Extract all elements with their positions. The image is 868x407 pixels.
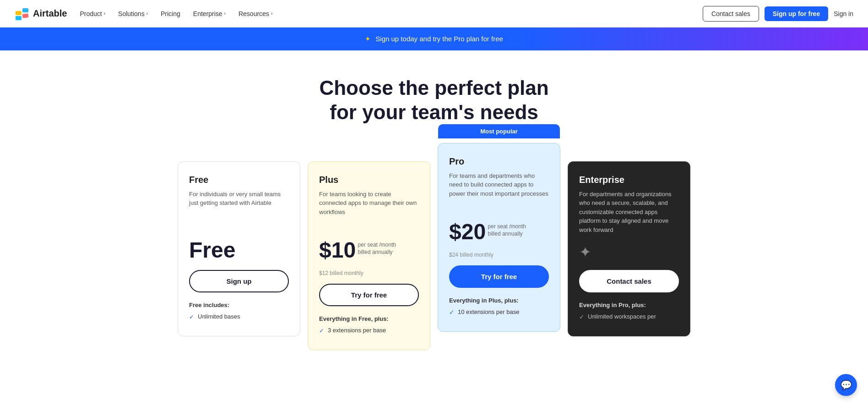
contact-sales-button[interactable]: Contact sales <box>703 6 759 22</box>
navigation: Airtable Product › Solutions › Pricing E… <box>0 0 868 28</box>
plan-card-pro: Most popular Pro For teams and departmen… <box>438 143 560 332</box>
pro-plan-description: For teams and departments who need to bu… <box>449 171 549 208</box>
enterprise-plan-description: For departments and organizations who ne… <box>579 190 679 235</box>
enterprise-features-label: Everything in Pro, plus: <box>579 302 679 308</box>
pro-price-area: $20 per seat /monthbilled annually <box>449 219 549 244</box>
free-price-area: Free <box>189 237 289 263</box>
check-icon: ✓ <box>189 314 194 320</box>
promo-text: Sign up today and try the Pro plan for f… <box>375 35 503 43</box>
sparkle-area: ✦ <box>579 243 679 261</box>
resources-chevron-icon: › <box>271 11 272 16</box>
plus-billed-monthly: $12 billed monthly <box>319 270 419 276</box>
hero-section: Choose the perfect plan for your team's … <box>0 50 868 143</box>
pro-feature-1: ✓ 10 extensions per base <box>449 308 549 316</box>
free-price: Free <box>189 238 235 262</box>
nav-enterprise[interactable]: Enterprise › <box>193 10 226 17</box>
check-icon: ✓ <box>449 309 454 316</box>
nav-pricing[interactable]: Pricing <box>161 10 180 17</box>
solutions-chevron-icon: › <box>146 11 148 16</box>
chat-button[interactable]: 💬 <box>835 374 857 378</box>
enterprise-feature-1: ✓ Unlimited workspaces per <box>579 313 679 320</box>
free-features-label: Free includes: <box>189 302 289 308</box>
svg-rect-3 <box>16 16 22 20</box>
sparkle-icon: ✦ <box>579 244 591 260</box>
plus-price-area: $10 per seat /monthbilled annually <box>319 237 419 263</box>
plan-card-plus: Plus For teams looking to create connect… <box>308 161 430 350</box>
free-plan-name: Free <box>189 175 289 185</box>
enterprise-plan-name: Enterprise <box>579 175 679 185</box>
logo[interactable]: Airtable <box>15 6 67 21</box>
logo-text: Airtable <box>33 8 67 19</box>
pricing-grid: Free For individuals or very small teams… <box>159 143 709 378</box>
nav-product[interactable]: Product › <box>80 10 105 17</box>
free-plan-description: For individuals or very small teams just… <box>189 190 289 226</box>
plus-price-detail: per seat /monthbilled annually <box>358 241 396 257</box>
promo-banner[interactable]: ✦ Sign up today and try the Pro plan for… <box>0 28 868 50</box>
plus-plan-description: For teams looking to create connected ap… <box>319 190 419 226</box>
svg-rect-2 <box>22 13 28 18</box>
pro-features-label: Everything in Plus, plus: <box>449 297 549 304</box>
svg-rect-1 <box>22 8 28 12</box>
check-icon: ✓ <box>579 314 584 320</box>
pro-cta-button[interactable]: Try for free <box>449 265 549 288</box>
nav-resources[interactable]: Resources › <box>239 10 272 17</box>
plan-card-free: Free For individuals or very small teams… <box>178 161 300 336</box>
signin-button[interactable]: Sign in <box>834 10 853 17</box>
enterprise-cta-button[interactable]: Contact sales <box>579 270 679 292</box>
product-chevron-icon: › <box>104 11 105 16</box>
free-feature-1: ✓ Unlimited bases <box>189 313 289 320</box>
signup-free-button[interactable]: Sign up for free <box>765 6 828 21</box>
promo-star-icon: ✦ <box>365 35 371 43</box>
nav-right: Contact sales Sign up for free Sign in <box>703 6 853 22</box>
nav-solutions[interactable]: Solutions › <box>118 10 148 17</box>
plus-price: $10 <box>319 238 356 262</box>
svg-rect-0 <box>16 11 22 15</box>
plus-features-label: Everything in Free, plus: <box>319 315 419 322</box>
most-popular-badge: Most popular <box>438 124 560 138</box>
check-icon: ✓ <box>319 327 324 334</box>
pro-plan-name: Pro <box>449 156 549 167</box>
enterprise-chevron-icon: › <box>224 11 226 16</box>
free-cta-button[interactable]: Sign up <box>189 270 289 292</box>
plus-feature-1: ✓ 3 extensions per base <box>319 327 419 334</box>
pro-price: $20 <box>449 220 486 244</box>
nav-left: Airtable Product › Solutions › Pricing E… <box>15 6 272 21</box>
hero-heading: Choose the perfect plan for your team's … <box>9 76 859 125</box>
plus-cta-button[interactable]: Try for free <box>319 284 419 306</box>
pro-billed-monthly: $24 billed monthly <box>449 252 549 258</box>
logo-icon <box>15 6 29 21</box>
pro-price-detail: per seat /monthbilled annually <box>488 223 526 238</box>
plan-card-enterprise: Enterprise For departments and organizat… <box>568 161 690 337</box>
plus-plan-name: Plus <box>319 175 419 185</box>
